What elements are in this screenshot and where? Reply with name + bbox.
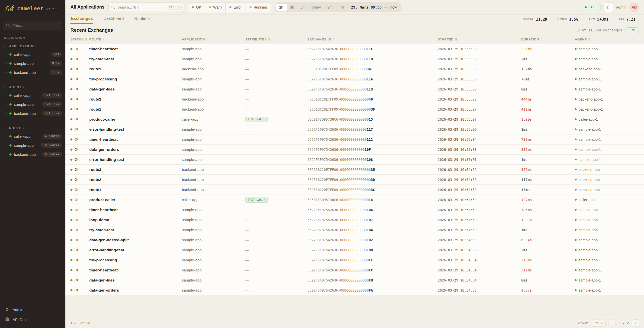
sidebar-item[interactable]: › caller-app 441 (0, 50, 65, 59)
admin-link[interactable]: ⚙ Admin (0, 305, 65, 314)
rows-per-page-select[interactable]: 25 ▾ (591, 319, 606, 327)
live-toggle-button[interactable]: LIVE (581, 3, 600, 11)
table-row[interactable]: OK timer-heartbeat sample-app — 5522F5F9… (65, 134, 644, 145)
sidebar-item[interactable]: › sample-app 1/1 live (0, 100, 65, 109)
table-row[interactable]: OK file-processing sample-app — 5522F5F9… (65, 74, 644, 84)
sidebar-item[interactable]: › caller-app 1/1 live (0, 91, 65, 100)
tab[interactable]: Exchanges (70, 14, 93, 24)
status-filter-chip[interactable]: Warn (205, 3, 225, 12)
sidebar-item[interactable]: › caller-app 4 routes (0, 132, 65, 141)
status-filter-chip[interactable]: Error (225, 3, 245, 12)
exchange-id-suffix: 119 (367, 87, 373, 91)
section-header[interactable]: › APPLICATIONS (0, 42, 65, 50)
cell-duration: 1.00s (521, 117, 575, 121)
cell-route: data-gen-orders (89, 288, 182, 293)
table-row[interactable]: OK error-handling-test sample-app — 5522… (65, 155, 644, 165)
table-row[interactable]: OK route3 backend-app — FEC51BC20E7FF09-… (65, 165, 644, 175)
table-row[interactable]: OK data-gen-orders sample-app — 5522F5F9… (65, 285, 644, 295)
table-row[interactable]: OK data-gen-nested-split sample-app — 55… (65, 235, 644, 245)
time-range-button[interactable]: 3h (287, 4, 297, 11)
sidebar-item[interactable]: › backend-app 1.3k (0, 68, 65, 77)
filter-input[interactable] (4, 21, 62, 30)
column-header[interactable]: AGENT ⇅ (575, 38, 639, 41)
table-row[interactable]: OK route1 backend-app — FEC51BC20E7FF09-… (65, 185, 644, 195)
section-header[interactable]: › AGENTS (0, 83, 65, 91)
table-row[interactable]: OK route2 backend-app — FEC51BC20E7FF09-… (65, 94, 644, 104)
cell-exchange-id: FEC51BC20E7FF09-0000000000000003D (307, 178, 438, 182)
column-header[interactable]: APPLICATION ⇅ (182, 38, 245, 41)
section-header[interactable]: › ROUTES (0, 124, 65, 132)
table-row[interactable]: OK data-gen-orders sample-app — 5522F5F9… (65, 145, 644, 155)
table-row[interactable]: OK route2 backend-app — FEC51BC20E7FF09-… (65, 175, 644, 185)
status-filter-chip[interactable]: OK (188, 3, 205, 12)
column-header[interactable]: EXCHANGE ID ⇅ (307, 38, 438, 41)
column-header[interactable]: ATTRIBUTES ⇅ (245, 38, 307, 41)
cell-started: 2026-03-29 10:55:08 (438, 77, 521, 81)
search-input[interactable] (117, 5, 165, 9)
sidebar-item[interactable]: › sample-app 9.4k (0, 59, 65, 68)
status-filter-chip[interactable]: Running (246, 3, 271, 12)
time-range-button[interactable]: 1h (276, 4, 287, 11)
table-row[interactable]: OK loop-demo sample-app — 5522F5F9754263… (65, 215, 644, 225)
column-header[interactable]: STARTED ⇅ (438, 38, 521, 41)
cell-route: try-catch-test (89, 228, 182, 232)
table-row[interactable]: OK data-gen-files sample-app — 5522F5F97… (65, 275, 644, 285)
sort-icon: ⇅ (268, 38, 270, 41)
table-row[interactable]: OK timer-heartbeat sample-app — 5522F5F9… (65, 44, 644, 54)
cell-exchange-id: 5522F5F97542636-000000000000011C (307, 47, 438, 51)
tab[interactable]: Runtime (134, 14, 150, 24)
table-row[interactable]: OK route3 backend-app — FEC51BC20E7FF09-… (65, 64, 644, 74)
table-row[interactable]: OK data-gen-files sample-app — 5522F5F97… (65, 84, 644, 94)
cell-application: sample-app (182, 127, 245, 131)
next-page-button[interactable]: › (632, 319, 639, 326)
table-row[interactable]: OK error-handling-test sample-app — 5522… (65, 245, 644, 255)
time-range-button[interactable]: 6h (297, 4, 308, 11)
time-range-buttons: 1h 3h 6h Today 24h 7d (276, 4, 347, 11)
prev-page-button[interactable]: ‹ (609, 319, 616, 326)
table-row[interactable]: OK timer-heartbeat sample-app — 5522F5F9… (65, 265, 644, 275)
cell-started: 2026-03-29 10:55:08 (438, 67, 521, 71)
cell-duration: 1ms (521, 158, 575, 162)
cell-started: 2026-03-29 10:54:54 (438, 268, 521, 272)
agent-status-dot (575, 98, 577, 100)
table-row[interactable]: OK timer-heartbeat sample-app — 5522F5F9… (65, 205, 644, 215)
column-header[interactable]: DURATION ⇅ (521, 38, 575, 41)
table-row[interactable]: OK route1 backend-app — FEC51BC20E7FF09-… (65, 104, 644, 114)
sidebar-item[interactable]: › backend-app 6 routes (0, 150, 65, 159)
sidebar-item[interactable]: › sample-app 18 routes (0, 141, 65, 150)
time-range-button[interactable]: 24h (324, 4, 337, 11)
table-row[interactable]: OK product-caller caller-app TEST VALUE … (65, 114, 644, 124)
ok-status-dot (70, 219, 72, 221)
sidebar-spacer (0, 161, 65, 302)
table-row[interactable]: OK file-processing sample-app — 5522F5F9… (65, 255, 644, 265)
theme-toggle-button[interactable]: ☾ (603, 3, 613, 12)
cell-duration: 312ms (521, 268, 575, 272)
avatar[interactable]: AD (629, 3, 639, 12)
attribute-dash: — (245, 258, 249, 262)
custom-range-end[interactable]: now (388, 5, 400, 9)
table-row[interactable]: OK product-caller caller-app TEST VALUE … (65, 195, 644, 205)
time-range-button[interactable]: 7d (337, 4, 347, 11)
custom-range-start[interactable]: 29. März 09:55 (347, 5, 384, 9)
cell-started: 2026-03-29 10:54:59 (438, 208, 521, 212)
table-row[interactable]: OK error-handling-test sample-app — 5522… (65, 124, 644, 134)
status-text: OK (74, 228, 78, 232)
column-header[interactable]: ROUTE ⇅ (89, 38, 182, 41)
cell-application: sample-app (182, 248, 245, 252)
sidebar-item[interactable]: › backend-app 1/1 live (0, 109, 65, 118)
ok-status-dot (70, 108, 72, 110)
table-row[interactable]: OK try-catch-test sample-app — 5522F5F97… (65, 54, 644, 64)
api-docs-link[interactable]: API Docs (0, 314, 65, 324)
agent-status-dot (575, 78, 577, 80)
cell-exchange-id: 5522F5F97542636-00000000000000FC (307, 268, 438, 272)
time-range-button[interactable]: Today (308, 4, 324, 11)
attribute-dash: — (245, 47, 249, 51)
column-header[interactable]: STATUS ⇅ (70, 38, 89, 41)
tab[interactable]: Dashboard (103, 14, 124, 24)
cell-status: OK (70, 107, 89, 111)
cell-application: sample-app (182, 57, 245, 61)
status-filter-label: OK (196, 5, 201, 9)
table-row[interactable]: OK try-catch-test sample-app — 5522F5F97… (65, 225, 644, 235)
agent-name: sample-app-1 (579, 57, 601, 61)
exchange-id-suffix: 104 (367, 228, 373, 232)
